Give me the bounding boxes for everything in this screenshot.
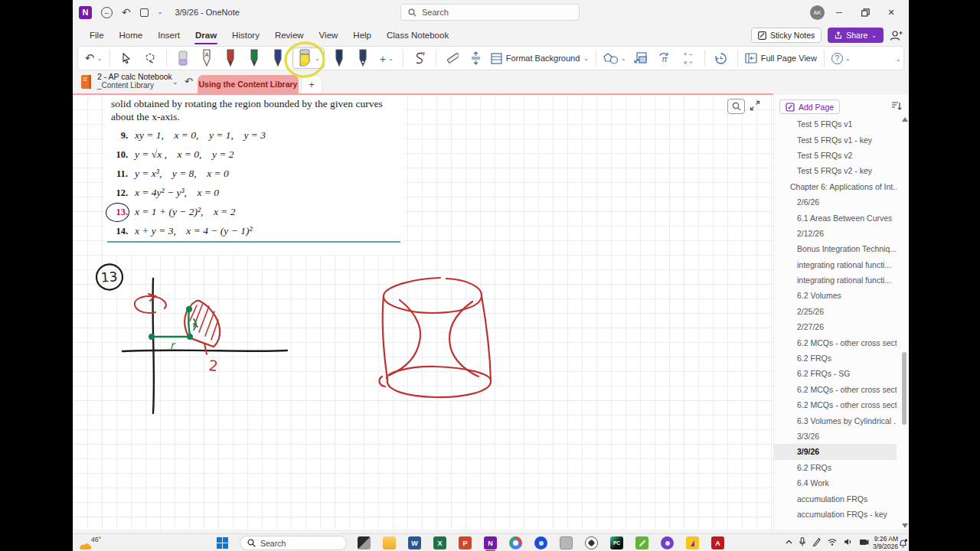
eraser-tool[interactable]	[174, 47, 192, 69]
ruler-tool[interactable]	[443, 47, 462, 69]
page-list-item[interactable]: Test 5 FRQs v1	[774, 116, 897, 132]
page-list-item[interactable]: 6.2 Volumes	[774, 288, 897, 303]
help-button[interactable]: ?⌄	[831, 47, 851, 69]
taskbar-app-icon[interactable]	[509, 536, 522, 549]
page-list-item[interactable]: accumulation FRQs - key	[774, 507, 897, 522]
page-list-item[interactable]: 6.2 MCQs - other cross sect...	[774, 382, 897, 397]
shapes-tool[interactable]: ⌄	[603, 47, 626, 69]
page-list-item[interactable]: 6.3 Volumes by Cylindrical ...	[774, 412, 897, 428]
page-list-item[interactable]: 6.2 FRQs - SG	[774, 366, 897, 381]
taskbar-app-icon[interactable]: N	[484, 536, 497, 549]
back-icon[interactable]: ←	[101, 7, 113, 18]
tray-expand-icon[interactable]	[786, 540, 792, 544]
new-section-button[interactable]: +	[301, 75, 322, 93]
taskbar-app-icon[interactable]	[534, 536, 547, 549]
menu-tab[interactable]: Review	[267, 24, 312, 46]
taskbar-app-icon[interactable]: A	[711, 536, 724, 549]
page-list-item[interactable]: 2/25/26	[774, 304, 897, 319]
page-list-item[interactable]: 6.2 MCQs - other cross sect...	[774, 334, 897, 350]
ink-to-shape-tool[interactable]	[410, 47, 429, 69]
add-page-button[interactable]: Add Page	[779, 99, 840, 114]
undo-icon[interactable]: ↶	[122, 7, 131, 18]
ink-drawing-layer[interactable]: 13 2	[73, 95, 773, 530]
page-list-scrollbar[interactable]	[901, 113, 908, 530]
minimize-button[interactable]: ─	[826, 0, 852, 24]
pen-tool-gray[interactable]: A	[198, 47, 216, 69]
page-list-item[interactable]: 6.4 Work	[774, 475, 897, 491]
page-list-item[interactable]: accumulation FRQs	[774, 491, 897, 506]
sort-pages-icon[interactable]	[891, 101, 902, 111]
collapse-ribbon-icon[interactable]: ⌄	[895, 55, 901, 63]
fountain-pen-tool[interactable]	[354, 47, 372, 69]
page-list-item[interactable]: 6.2 FRQs	[774, 350, 897, 366]
scroll-up-icon[interactable]	[902, 117, 908, 122]
lasso-tool[interactable]	[141, 47, 159, 69]
taskbar-app-icon[interactable]	[635, 536, 648, 549]
page-list-item[interactable]: 3/3/26	[774, 429, 897, 444]
scrollbar-thumb[interactable]	[902, 352, 906, 425]
taskbar-app-icon[interactable]: PC	[610, 536, 623, 549]
page-list-item[interactable]: 6.2 FRQs	[774, 460, 897, 475]
insert-space-tool[interactable]	[467, 47, 485, 69]
device-icon[interactable]	[859, 538, 869, 546]
maximize-button[interactable]	[852, 0, 878, 24]
notebook-caret-icon[interactable]: ⌄	[172, 78, 178, 86]
speaker-icon[interactable]	[844, 538, 852, 546]
account-avatar[interactable]: AK	[810, 5, 825, 20]
taskbar-search[interactable]: Search	[240, 536, 347, 550]
page-list-item[interactable]: 3/9/26	[774, 444, 897, 459]
start-button[interactable]	[217, 537, 228, 549]
screen-clip-tool[interactable]	[632, 47, 650, 69]
save-state-icon[interactable]	[140, 8, 149, 17]
page-list-item[interactable]: 2/27/26	[774, 319, 897, 334]
notification-bell-icon[interactable]	[899, 539, 907, 548]
taskbar-app-icon[interactable]: X	[433, 536, 446, 549]
page-list-item[interactable]: 6.2 MCQs - other cross sect...	[774, 397, 897, 412]
full-page-view-button[interactable]: Full Page View	[745, 47, 817, 69]
taskbar-app-icon[interactable]: W	[408, 536, 421, 549]
pen-tool-navy[interactable]	[330, 47, 348, 69]
ink-replay-tool[interactable]	[712, 47, 730, 69]
menu-tab[interactable]: Home	[112, 24, 151, 46]
sticky-notes-button[interactable]: Sticky Notes	[751, 28, 822, 43]
quick-access-caret-icon[interactable]: ⌄	[158, 9, 163, 15]
format-background-button[interactable]: Format Background⌄	[491, 47, 589, 69]
page-list-item[interactable]: 2/12/26	[774, 226, 897, 241]
highlighter-tool[interactable]: ⌄	[292, 47, 325, 69]
menu-tab[interactable]: Class Notebook	[379, 24, 456, 46]
menu-tab[interactable]: Draw	[188, 24, 224, 46]
undo-button[interactable]: ↶⌄	[84, 47, 103, 69]
microphone-icon[interactable]	[799, 537, 805, 546]
taskbar-app-icon[interactable]: P	[459, 536, 472, 549]
pen-tray-icon[interactable]	[812, 537, 821, 546]
page-list-item[interactable]: Test 5 FRQs v2 - key	[774, 163, 897, 178]
taskbar-app-icon[interactable]	[358, 536, 371, 549]
page-list-item[interactable]: 2/6/26	[774, 194, 897, 210]
menu-tab[interactable]: Insert	[150, 24, 188, 46]
taskbar-app-icon[interactable]	[661, 536, 674, 549]
menu-tab[interactable]: Help	[345, 24, 379, 46]
wifi-icon[interactable]	[828, 539, 837, 546]
scroll-down-icon[interactable]	[902, 523, 908, 528]
page-list-item[interactable]: integrating rational functi...	[774, 257, 897, 272]
taskbar-app-icon[interactable]	[560, 536, 573, 549]
close-button[interactable]: ✕	[878, 0, 904, 24]
page-list-item[interactable]: Bonus Integration Techniq...	[774, 241, 897, 256]
title-search-box[interactable]: Search	[400, 4, 580, 21]
share-button[interactable]: Share ⌄	[828, 28, 884, 43]
menu-tab[interactable]: View	[312, 24, 346, 46]
page-list-item[interactable]: integrating rational functi...	[774, 272, 897, 288]
navigate-up-icon[interactable]: ↶	[185, 76, 193, 87]
page-canvas[interactable]: solid obtained by rotating the region bo…	[73, 95, 773, 530]
page-list-item[interactable]: Test 5 FRQs v2	[774, 148, 897, 163]
menu-tab[interactable]: File	[82, 24, 112, 46]
page-list-item[interactable]: Chapter 6: Applications of Int...	[774, 179, 897, 194]
menu-tab[interactable]: History	[224, 24, 267, 46]
people-icon[interactable]	[890, 30, 903, 41]
notebook-selector[interactable]: 2 - AP calc Notebook _Content Library	[97, 73, 172, 90]
taskbar-app-icon[interactable]	[383, 536, 396, 549]
add-pen-button[interactable]: +⌄	[377, 47, 396, 69]
ink-to-math-tool[interactable]: π	[655, 47, 674, 69]
pen-tool-green[interactable]	[245, 47, 263, 69]
pen-tool-red[interactable]	[221, 47, 240, 69]
